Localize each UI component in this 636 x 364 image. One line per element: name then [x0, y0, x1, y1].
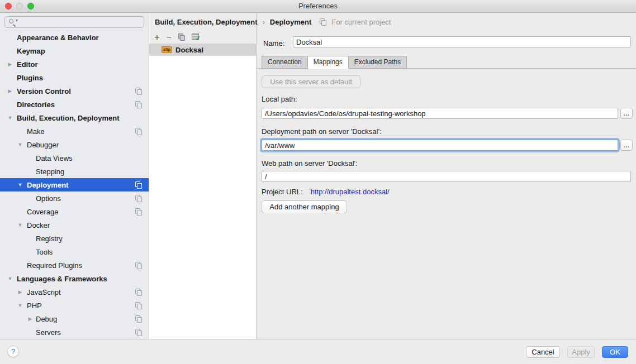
tree-expanded-arrow-icon[interactable]: ▼ [17, 222, 23, 228]
search-options-chevron-icon[interactable]: ▾ [16, 18, 18, 23]
tab-excluded-paths[interactable]: Excluded Paths [349, 56, 407, 69]
sidebar-item-coverage[interactable]: Coverage [0, 205, 149, 218]
sidebar-item-label: PHP [27, 301, 42, 310]
ok-button[interactable]: OK [602, 346, 628, 358]
sidebar-item-label: JavaScript [27, 288, 61, 296]
sidebar-item-data-views[interactable]: Data Views [0, 151, 149, 165]
for-current-project-icon [135, 262, 142, 269]
tree-collapsed-arrow-icon[interactable]: ▶ [27, 316, 34, 322]
sidebar-item-label: Build, Execution, Deployment [17, 114, 119, 122]
tree-expanded-arrow-icon[interactable]: ▼ [17, 182, 23, 188]
sidebar-item-label: Keymap [17, 47, 45, 55]
name-label: Name: [263, 39, 284, 47]
default-check-icon [192, 33, 199, 40]
sidebar-item-label: Coverage [27, 208, 58, 216]
sidebar-item-editor[interactable]: ▶Editor [0, 58, 149, 71]
sidebar-item-languages-frameworks[interactable]: ▼Languages & Frameworks [0, 272, 149, 285]
server-list: sftp Docksal [149, 44, 256, 339]
deployment-path-label: Deployment path on server 'Docksal': [262, 127, 382, 136]
sidebar-item-plugins[interactable]: Plugins [0, 71, 149, 84]
project-url-link[interactable]: http://drupaltest.docksal/ [311, 188, 390, 196]
tree-expanded-arrow-icon[interactable]: ▼ [7, 115, 13, 121]
sidebar-item-label: Debug [36, 315, 57, 323]
name-input[interactable] [293, 36, 631, 47]
tree-expanded-arrow-icon[interactable]: ▼ [17, 142, 23, 147]
sidebar-item-appearance-behavior[interactable]: Appearance & Behavior [0, 31, 149, 44]
sidebar-item-label: Data Views [36, 154, 73, 162]
web-path-input[interactable] [262, 171, 631, 182]
sidebar-item-options[interactable]: Options [0, 191, 149, 205]
sidebar-item-javascript[interactable]: ▶JavaScript [0, 285, 149, 299]
sftp-icon: sftp [162, 46, 172, 53]
sidebar-item-stepping[interactable]: Stepping [0, 165, 149, 178]
for-current-project-icon [320, 18, 326, 25]
sidebar-item-registry[interactable]: Registry [0, 232, 149, 245]
for-current-project-icon [135, 88, 142, 94]
deployment-path-input[interactable] [262, 140, 618, 151]
sidebar-item-build-execution-deployment[interactable]: ▼Build, Execution, Deployment [0, 111, 149, 124]
sidebar-item-label: Servers [36, 328, 61, 337]
sidebar-item-deployment[interactable]: ▼Deployment [0, 178, 149, 191]
server-tabs: ConnectionMappingsExcluded Paths [262, 56, 407, 69]
help-button[interactable]: ? [7, 346, 19, 357]
sidebar-item-label: Docker [27, 221, 50, 229]
sidebar-item-label: Options [36, 194, 61, 203]
settings-tree: Appearance & BehaviorKeymap▶EditorPlugin… [0, 31, 149, 339]
sidebar-item-label: Tools [36, 248, 53, 256]
sidebar-item-version-control[interactable]: ▶Version Control [0, 84, 149, 98]
search-icon [9, 19, 13, 23]
cancel-button[interactable]: Cancel [526, 346, 560, 358]
sidebar-item-keymap[interactable]: Keymap [0, 44, 149, 58]
sidebar-item-label: Appearance & Behavior [17, 33, 99, 42]
local-path-input[interactable] [262, 108, 618, 119]
project-url-label: Project URL: [262, 188, 303, 196]
settings-search-input[interactable]: ▾ [4, 16, 144, 28]
add-server-button[interactable]: + [154, 32, 160, 42]
apply-button[interactable]: Apply [567, 346, 595, 358]
server-list-item-docksal[interactable]: sftp Docksal [149, 44, 256, 56]
for-current-project-icon [135, 315, 142, 322]
sidebar-item-label: Stepping [36, 167, 64, 176]
sidebar-item-label: Languages & Frameworks [17, 275, 107, 283]
sidebar-item-label: Deployment [27, 181, 68, 189]
zoom-button[interactable] [27, 3, 34, 9]
sidebar-item-directories[interactable]: Directories [0, 98, 149, 111]
tree-collapsed-arrow-icon[interactable]: ▶ [7, 88, 13, 94]
sidebar-item-debugger[interactable]: ▼Debugger [0, 138, 149, 151]
breadcrumb-section[interactable]: Build, Execution, Deployment [155, 18, 257, 26]
settings-sidebar: ▾ Appearance & BehaviorKeymap▶EditorPlug… [0, 13, 149, 339]
for-current-project-icon [135, 195, 142, 202]
tab-connection[interactable]: Connection [262, 56, 308, 69]
sidebar-item-label: Editor [17, 60, 38, 69]
sidebar-item-docker[interactable]: ▼Docker [0, 218, 149, 232]
sidebar-item-required-plugins[interactable]: Required Plugins [0, 258, 149, 272]
use-server-as-default-button[interactable] [192, 32, 199, 42]
server-list-toolbar: + − [149, 31, 256, 44]
close-button[interactable] [5, 3, 12, 9]
window-controls [5, 3, 34, 9]
sidebar-item-servers[interactable]: Servers [0, 325, 149, 339]
minimize-button [16, 3, 23, 9]
sidebar-item-debug[interactable]: ▶Debug [0, 312, 149, 325]
scope-label: For current project [331, 18, 391, 26]
sidebar-item-make[interactable]: Make [0, 124, 149, 138]
add-another-mapping-button[interactable]: Add another mapping [262, 200, 347, 213]
sidebar-item-php[interactable]: ▼PHP [0, 299, 149, 312]
sidebar-item-tools[interactable]: Tools [0, 245, 149, 258]
use-this-server-as-default-button[interactable]: Use this server as default [262, 75, 360, 88]
server-name-label: Docksal [175, 46, 203, 54]
sidebar-item-label: Make [27, 127, 45, 136]
deployment-path-browse-button[interactable]: ... [620, 140, 633, 151]
web-path-label: Web path on server 'Docksal': [262, 159, 358, 167]
tab-mappings[interactable]: Mappings [308, 56, 349, 69]
remove-server-button[interactable]: − [167, 32, 172, 42]
copy-server-button[interactable] [178, 32, 185, 42]
tree-collapsed-arrow-icon[interactable]: ▶ [7, 61, 13, 67]
tree-collapsed-arrow-icon[interactable]: ▶ [17, 289, 23, 295]
local-path-browse-button[interactable]: ... [620, 108, 633, 119]
tree-expanded-arrow-icon[interactable]: ▼ [7, 276, 13, 281]
for-current-project-icon [135, 208, 142, 215]
copy-icon [178, 33, 185, 40]
for-current-project-icon [135, 101, 142, 108]
tree-expanded-arrow-icon[interactable]: ▼ [17, 303, 23, 308]
